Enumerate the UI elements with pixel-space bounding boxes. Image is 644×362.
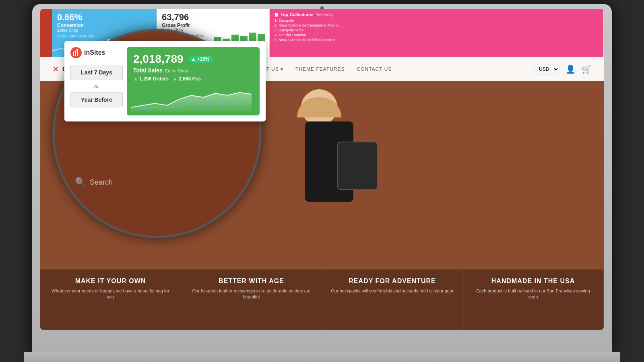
feature-title-2: BETTER WITH AGE	[189, 278, 314, 285]
collections-icon: ▦	[275, 12, 278, 17]
orders-value: 1,256 Orders	[139, 76, 169, 82]
person-body	[305, 121, 353, 202]
screen-bezel: 0.66% Conversion Entire Shop 2.51% Cart …	[40, 9, 604, 330]
nav-theme-features[interactable]: THEME FEATURES	[295, 66, 345, 72]
collections-label: Top Collections	[281, 12, 314, 17]
nav-right: USD 👤 🛒	[534, 64, 592, 74]
feature-title-3: READY FOR ADVENTURE	[330, 278, 454, 285]
feature-desc-1: Whatever your needs or budget, we have a…	[48, 288, 173, 300]
feature-row: MAKE IT YOUR OWN Whatever your needs or …	[40, 269, 604, 330]
svg-rect-5	[77, 50, 78, 56]
search-area: 🔍 Search	[75, 177, 113, 187]
sales-badge: ▲ +15%	[188, 55, 213, 63]
gross-profit-label: Gross Profit	[162, 23, 264, 28]
conversion-label: Conversion	[57, 23, 152, 28]
sales-label-row: Total Sales Entire Shop	[133, 66, 253, 74]
widget-panel: inSites Last 7 Days vs. Year Before 2,01…	[64, 41, 266, 121]
collections-header: ▦ Top Collections Yesterday	[275, 12, 599, 17]
hero-person	[277, 89, 382, 250]
insites-chart-icon	[72, 49, 80, 56]
widget-left: inSites Last 7 Days vs. Year Before	[70, 47, 123, 107]
feature-desc-3: Our backpacks will comfortably and secur…	[330, 288, 454, 294]
up-pcs-icon: ▲	[173, 76, 178, 82]
conversion-value: 0.66%	[57, 12, 152, 23]
insites-logo-icon	[70, 47, 82, 58]
collections-period: Yesterday	[316, 12, 334, 17]
sales-header: 2,018,789 ▲ +15%	[133, 53, 253, 66]
feature-title-4: HANDMADE IN THE USA	[471, 278, 595, 285]
pcs-value: 2,668 Pcs	[179, 76, 201, 82]
feature-card-2: BETTER WITH AGE Our full-grain leather m…	[181, 269, 322, 330]
last-7-days-button[interactable]: Last 7 Days	[70, 65, 123, 80]
top-collections-panel: ▦ Top Collections Yesterday 1. Canapele …	[270, 9, 604, 57]
cart-icon[interactable]: 🛒	[582, 64, 592, 74]
search-placeholder: Search	[90, 178, 113, 187]
total-sales-number: 2,018,789	[133, 53, 184, 66]
up-arrow-icon: ▲	[191, 56, 196, 62]
search-icon: 🔍	[75, 177, 86, 187]
user-icon[interactable]: 👤	[566, 64, 576, 74]
feature-title-1: MAKE IT YOUR OWN	[48, 278, 173, 285]
collection-item-4: 4. Mobilier Dormitor	[275, 33, 599, 37]
up-orders-icon: ▲	[133, 76, 138, 82]
currency-selector[interactable]: USD	[534, 64, 559, 74]
person-bag	[337, 142, 378, 190]
svg-rect-3	[73, 53, 74, 56]
feature-card-1: MAKE IT YOUR OWN Whatever your needs or …	[40, 269, 181, 330]
collection-item-1: 1. Canapele	[275, 19, 599, 23]
insites-logo-text: inSites	[84, 49, 105, 56]
widget-logo: inSites	[70, 47, 123, 58]
feature-card-3: READY FOR ADVENTURE Our backpacks will c…	[322, 269, 463, 330]
feature-desc-2: Our full-grain leather messengers are as…	[189, 288, 314, 300]
feature-card-4: HANDMADE IN THE USA Each product is buil…	[463, 269, 604, 330]
red-edge	[40, 9, 52, 57]
screen-content: 0.66% Conversion Entire Shop 2.51% Cart …	[40, 9, 604, 330]
laptop-shell: 0.66% Conversion Entire Shop 2.51% Cart …	[32, 4, 612, 354]
year-before-button[interactable]: Year Before	[70, 92, 123, 107]
laptop-bottom-bar	[24, 352, 620, 362]
total-sales-sublabel: Entire Shop	[165, 68, 188, 73]
nav-contact-us[interactable]: CONTACT US	[357, 66, 392, 72]
collection-item-5: 5. Noua Colectie de Mobilier Dormitor	[275, 38, 599, 42]
total-sales-label: Total Sales	[133, 67, 163, 74]
svg-rect-4	[75, 51, 76, 56]
vs-text: vs.	[70, 83, 123, 89]
sales-stats: ▲ 1,256 Orders ▲ 2,668 Pcs	[133, 76, 253, 82]
nav-links: ABOUT US ▾ THEME FEATURES CONTACT US	[251, 66, 392, 72]
widget-right: 2,018,789 ▲ +15% Total Sales Entire Shop…	[127, 47, 260, 115]
collection-item-3: 3. Canapele Stofa	[275, 28, 599, 32]
widget-mini-chart	[131, 89, 252, 111]
feature-desc-4: Each product is built by hand in our San…	[471, 288, 595, 300]
badge-value: +15%	[197, 56, 209, 62]
collections-list: 1. Canapele 2. Noua Colectie de Canapele…	[275, 19, 599, 42]
gross-profit-value: 63,796	[162, 12, 264, 23]
collection-item-2: 2. Noua Colectie de Canapele si Fotolia	[275, 23, 599, 27]
